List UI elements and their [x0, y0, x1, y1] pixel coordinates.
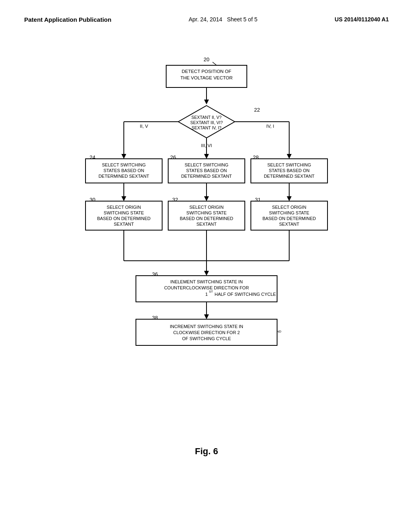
- svg-text:DETERMINED SEXTANT: DETERMINED SEXTANT: [98, 174, 149, 179]
- svg-text:SWITCHING STATE: SWITCHING STATE: [186, 210, 227, 215]
- svg-text:ST: ST: [209, 290, 213, 293]
- svg-text:SEXTANT: SEXTANT: [196, 222, 217, 227]
- svg-marker-83: [204, 314, 209, 319]
- header-left: Patent Application Publication: [24, 16, 111, 23]
- svg-marker-17: [121, 154, 126, 159]
- svg-text:COUNTERCLOCKWISE DIRECTION FOR: COUNTERCLOCKWISE DIRECTION FOR: [164, 285, 249, 290]
- svg-text:SEXTANT: SEXTANT: [279, 222, 299, 227]
- header: Patent Application Publication Apr. 24, …: [24, 16, 389, 23]
- svg-text:IV, I: IV, I: [266, 124, 274, 129]
- svg-text:BASED ON DETERMINED: BASED ON DETERMINED: [97, 216, 151, 221]
- svg-text:1: 1: [205, 292, 208, 297]
- svg-text:STATES BASED ON: STATES BASED ON: [103, 168, 144, 173]
- patent-number: US 2014/0112040 A1: [335, 16, 389, 23]
- svg-text:STATES BASED ON: STATES BASED ON: [269, 168, 309, 173]
- svg-text:BASED ON DETERMINED: BASED ON DETERMINED: [180, 216, 234, 221]
- svg-text:HALF OF SWITCHING CYCLE: HALF OF SWITCHING CYCLE: [215, 292, 276, 297]
- svg-text:DETECT POSITION OF: DETECT POSITION OF: [181, 69, 231, 74]
- svg-text:SELECT ORIGIN: SELECT ORIGIN: [107, 205, 141, 210]
- svg-text:SELECT SWITCHING: SELECT SWITCHING: [267, 162, 311, 167]
- flowchart-diagram: 20 DETECT POSITION OF THE VOLTAGE VECTOR…: [49, 47, 364, 430]
- svg-text:SWITCHING STATE: SWITCHING STATE: [269, 210, 309, 215]
- sheet-info: Sheet 5 of 5: [227, 16, 258, 23]
- svg-text:II, V: II, V: [140, 124, 148, 129]
- figure-label: Fig. 6: [24, 446, 389, 457]
- header-center: Apr. 24, 2014 Sheet 5 of 5: [189, 16, 257, 23]
- publication-title: Patent Application Publication: [24, 16, 111, 23]
- svg-text:SELECT SWITCHING: SELECT SWITCHING: [102, 162, 146, 167]
- svg-text:22: 22: [254, 107, 260, 113]
- publication-date: Apr. 24, 2014: [189, 16, 222, 23]
- svg-text:20: 20: [204, 56, 209, 62]
- svg-text:SELECT ORIGIN: SELECT ORIGIN: [190, 205, 224, 210]
- svg-text:INCREMENT SWITCHING STATE IN: INCREMENT SWITCHING STATE IN: [170, 324, 243, 329]
- svg-marker-44: [204, 196, 209, 201]
- svg-text:ND: ND: [277, 330, 282, 333]
- svg-text:INELEMENT SWITCHING STATE IN: INELEMENT SWITCHING STATE IN: [170, 279, 243, 284]
- svg-text:OF SWITCHING CYCLE: OF SWITCHING CYCLE: [182, 336, 231, 341]
- svg-text:DETERMINED SEXTANT: DETERMINED SEXTANT: [264, 174, 315, 179]
- header-right: US 2014/0112040 A1: [335, 16, 389, 23]
- svg-text:SWITCHING STATE: SWITCHING STATE: [104, 210, 144, 215]
- svg-marker-73: [204, 271, 209, 276]
- svg-text:DETERMINED SEXTANT: DETERMINED SEXTANT: [181, 174, 232, 179]
- svg-text:CLOCKWISE DIRECTION FOR 2: CLOCKWISE DIRECTION FOR 2: [173, 330, 240, 335]
- svg-marker-46: [287, 196, 292, 201]
- svg-marker-42: [121, 196, 126, 201]
- svg-text:SEXTANT: SEXTANT: [114, 222, 134, 227]
- page: Patent Application Publication Apr. 24, …: [0, 0, 413, 532]
- svg-text:SEXTANT III, VI?: SEXTANT III, VI?: [190, 120, 223, 125]
- svg-text:THE VOLTAGE VECTOR: THE VOLTAGE VECTOR: [180, 75, 233, 80]
- svg-line-1: [213, 62, 217, 65]
- svg-text:SEXTANT II, V?: SEXTANT II, V?: [192, 115, 222, 120]
- figure-label-text: Fig. 6: [195, 446, 218, 456]
- svg-text:SEXTANT IV, I?: SEXTANT IV, I?: [192, 125, 221, 130]
- svg-marker-22: [204, 154, 209, 159]
- svg-text:STATES BASED ON: STATES BASED ON: [186, 168, 227, 173]
- svg-marker-6: [204, 100, 209, 104]
- svg-text:SELECT SWITCHING: SELECT SWITCHING: [185, 162, 229, 167]
- svg-text:BASED ON DETERMINED: BASED ON DETERMINED: [263, 216, 316, 221]
- svg-marker-20: [287, 154, 292, 159]
- svg-text:SELECT ORIGIN: SELECT ORIGIN: [272, 205, 307, 210]
